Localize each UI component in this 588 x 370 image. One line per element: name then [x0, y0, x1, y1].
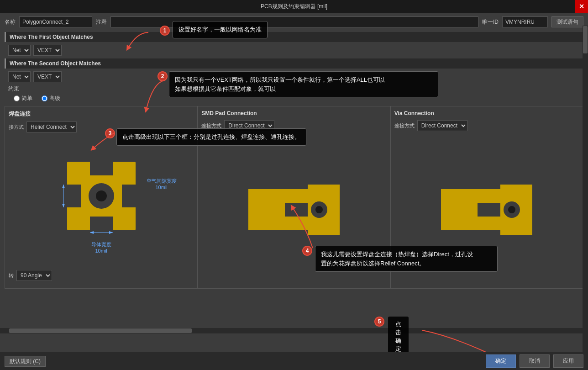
first-match-dropdown1[interactable]: Net All: [8, 45, 31, 56]
smd-pad-visual: [201, 135, 386, 285]
name-input[interactable]: [19, 16, 92, 27]
via-connect-row: 连接方式 Direct Connect Relief Connect No Co…: [394, 120, 579, 131]
svg-marker-12: [109, 231, 113, 234]
advanced-mode-radio[interactable]: 高级: [42, 95, 60, 102]
simple-mode-radio[interactable]: 简单: [14, 95, 32, 102]
h-scrollbar[interactable]: [0, 328, 583, 333]
air-gap-label: 空气间隙宽度 10mil: [147, 178, 177, 190]
constraint-section: 约束 简单 高级: [5, 85, 583, 102]
svg-rect-20: [478, 189, 500, 203]
svg-rect-13: [248, 189, 285, 230]
first-match-row: Net All VEXT GND: [5, 45, 583, 56]
svg-marker-11: [90, 231, 94, 234]
smd-direct-svg: [244, 175, 344, 244]
svg-marker-9: [62, 204, 65, 207]
svg-rect-14: [285, 189, 308, 203]
smd-pad-panel: SMD Pad Connection 连接方式 Direct Connect R…: [198, 106, 390, 288]
apply-button[interactable]: 应用: [553, 354, 583, 368]
annotation-5-text: 点击确定: [388, 317, 409, 352]
close-button[interactable]: ✕: [575, 0, 588, 13]
smd-connect-row: 连接方式 Direct Connect Relief Connect No Co…: [201, 120, 386, 131]
first-match-header: Where The First Object Matches: [5, 32, 583, 42]
step-badge-5: 5: [374, 317, 384, 327]
svg-point-6: [96, 190, 107, 201]
second-match-row: Net All VEXT GND: [5, 71, 583, 82]
test-button[interactable]: 测试语句: [551, 16, 583, 27]
top-row: 名称 注释 唯一ID 测试语句: [5, 16, 583, 27]
svg-point-24: [508, 206, 515, 213]
bottom-right: 确定 取消 应用: [486, 354, 583, 368]
pad-connect-panel: 焊盘连接 接方式 Relief Connect Direct Connect N…: [5, 106, 198, 288]
pad-connect-mode-row: 接方式 Relief Connect Direct Connect No Con…: [9, 122, 194, 132]
svg-marker-8: [62, 185, 65, 188]
svg-rect-3: [67, 185, 81, 207]
bottom-left: 默认规则 (C): [5, 356, 482, 367]
simple-label: 简单: [21, 95, 32, 102]
comment-label: 注释: [96, 18, 107, 26]
uid-label: 唯一ID: [482, 18, 499, 26]
turn-select[interactable]: 90 Angle 45 Angle: [16, 270, 52, 281]
via-connect-title: Via Connection: [394, 110, 579, 116]
advanced-label: 高级: [49, 95, 60, 102]
svg-rect-2: [90, 217, 113, 230]
svg-rect-19: [441, 189, 478, 230]
conductor-label: 导体宽度 10mil: [91, 241, 111, 254]
second-match-header: Where The Second Object Matches: [5, 58, 583, 69]
annotation-5-container: 5 点击确定: [374, 317, 388, 327]
comment-input[interactable]: [110, 16, 478, 27]
via-direct-svg: [436, 175, 537, 244]
svg-rect-1: [90, 162, 113, 175]
cancel-button[interactable]: 取消: [520, 354, 550, 368]
turn-row: 转 90 Angle 45 Angle: [9, 270, 194, 281]
svg-rect-15: [285, 217, 308, 230]
bottom-bar: 默认规则 (C) 确定 取消 应用: [0, 352, 588, 370]
first-match-dropdown2[interactable]: VEXT GND: [33, 45, 62, 56]
smd-connect-label: 连接方式: [201, 122, 221, 129]
mode-radio-row: 简单 高级: [5, 95, 583, 102]
default-rule-button[interactable]: 默认规则 (C): [5, 356, 46, 367]
scrollbar[interactable]: [583, 26, 588, 352]
uid-input[interactable]: [502, 16, 548, 27]
name-label: 名称: [5, 18, 16, 26]
constraint-label: 约束: [5, 85, 583, 93]
main-content: 名称 注释 唯一ID 测试语句 Where The First Object M…: [0, 13, 588, 352]
scroll-thumb[interactable]: [583, 26, 588, 53]
via-pad-visual: [394, 135, 579, 285]
pad-connect-select[interactable]: Relief Connect Direct Connect No Connect: [26, 122, 77, 132]
relief-pad-svg: [58, 153, 145, 239]
via-connect-select[interactable]: Direct Connect Relief Connect No Connect: [417, 120, 467, 131]
via-connect-label: 连接方式: [394, 122, 415, 129]
via-connect-panel: Via Connection 连接方式 Direct Connect Relie…: [391, 106, 583, 288]
h-scroll-thumb[interactable]: [9, 328, 192, 333]
second-match-dropdown1[interactable]: Net All: [8, 71, 31, 82]
svg-point-18: [315, 206, 323, 213]
smd-connect-select[interactable]: Direct Connect Relief Connect No Connect: [224, 120, 274, 131]
smd-pad-title: SMD Pad Connection: [201, 110, 386, 116]
turn-label: 转: [9, 272, 14, 279]
window-title: PCB规则及约束编辑器 [mil]: [261, 3, 327, 11]
panels-row: 焊盘连接 接方式 Relief Connect Direct Connect N…: [5, 106, 583, 289]
pad-connect-mode-label: 接方式: [9, 124, 24, 131]
svg-rect-21: [478, 217, 500, 230]
relief-pad-visual: 空气间隙宽度 10mil 导体宽度 10mil: [9, 136, 194, 270]
pad-connect-title: 焊盘连接: [9, 110, 194, 118]
confirm-button[interactable]: 确定: [486, 354, 516, 368]
title-bar: PCB规则及约束编辑器 [mil] ✕: [0, 0, 588, 13]
svg-rect-4: [122, 185, 136, 207]
second-match-dropdown2[interactable]: VEXT GND: [33, 71, 62, 82]
